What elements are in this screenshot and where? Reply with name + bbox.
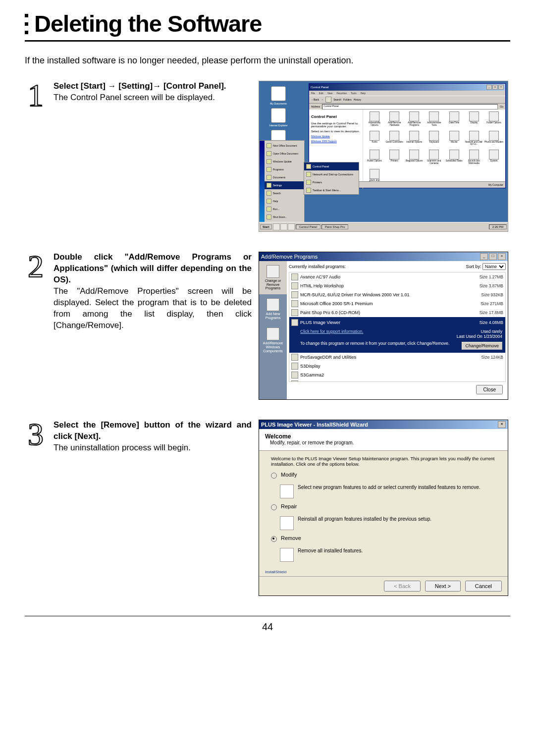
step1-heading: Select [Start] → [Setting]→ [Control Pan…	[54, 81, 252, 92]
network-icon	[306, 172, 311, 177]
program-row[interactable]: S3Display	[289, 362, 505, 371]
start-item[interactable]: Programs	[273, 168, 284, 171]
maximize-button[interactable]: □	[489, 253, 497, 260]
control-panel-item[interactable]: Keyboard	[425, 131, 443, 149]
desktop-icon[interactable]	[271, 86, 286, 101]
control-panel-item[interactable]: Folder Options	[484, 111, 503, 130]
start-item[interactable]: Search	[273, 192, 281, 195]
control-panel-item[interactable]: Mouse	[445, 131, 464, 149]
program-row[interactable]: MCR-SU/U2, 6U/U2 Driver For Windows 2000…	[289, 290, 505, 299]
taskbar-task[interactable]: Control Panel	[296, 224, 321, 229]
go-button[interactable]: Go	[500, 105, 503, 108]
maximize-button[interactable]: □	[492, 85, 498, 90]
gear-icon	[267, 183, 271, 188]
sortby-select[interactable]: Name	[482, 263, 506, 270]
printer-icon	[306, 180, 311, 185]
link-windows-update[interactable]: Windows Update	[311, 135, 361, 138]
toolbar-folders[interactable]: Folders	[343, 98, 352, 101]
menu-item[interactable]: Help	[361, 92, 366, 95]
taskbar-task[interactable]: Paint Shop Pro	[321, 224, 348, 229]
tab-windows-components[interactable]: Add/Remove Windows Components	[259, 324, 287, 357]
remove-desc: Remove all installed features.	[298, 548, 363, 562]
quicklaunch-icon[interactable]	[273, 223, 280, 230]
step1-body: The Control Panel screen will be display…	[54, 92, 252, 104]
control-panel-item[interactable]: Game Controllers	[385, 131, 404, 149]
screenshot-control-panel: My Documents Internet Explorer Connect t…	[259, 81, 508, 232]
up-icon[interactable]	[325, 97, 331, 103]
control-panel-item[interactable]: Internet Options	[405, 131, 424, 149]
cancel-button[interactable]: Cancel	[465, 581, 502, 592]
settings-item-control-panel[interactable]: Control Panel	[313, 165, 329, 168]
support-link[interactable]: Click here for support information.	[300, 329, 364, 334]
settings-item[interactable]: Network and Dial-up Connections	[313, 173, 353, 176]
settings-submenu: Control Panel Network and Dial-up Connec…	[304, 162, 359, 195]
start-item[interactable]: Run...	[273, 208, 279, 211]
program-detail: Click here for support information.Used …	[289, 328, 505, 353]
settings-item[interactable]: Taskbar & Start Menu...	[313, 189, 341, 192]
control-panel-item[interactable]: Sounds and Multimedia	[465, 150, 483, 168]
change-remove-button[interactable]: Change/Remove	[462, 342, 502, 350]
address-field[interactable]: Control Panel	[322, 104, 498, 109]
control-panel-item[interactable]: Fonts	[365, 131, 384, 149]
modify-desc: Select new program features to add or se…	[298, 485, 481, 498]
control-panel-item[interactable]: Accessibility Options	[365, 111, 384, 130]
tab-change-remove[interactable]: Change or Remove Programs	[259, 261, 287, 294]
menu-item[interactable]: File	[311, 92, 315, 95]
close-button[interactable]: ×	[498, 253, 506, 260]
control-panel-item[interactable]: Administrative Tools	[425, 111, 443, 130]
start-item[interactable]: Documents	[273, 176, 285, 179]
program-row[interactable]: Avance AC'97 AudioSize 1.27MB	[289, 272, 505, 281]
menu-item[interactable]: View	[327, 92, 333, 95]
radio-remove[interactable]	[271, 536, 277, 542]
control-panel-item[interactable]: Power Options	[365, 150, 384, 168]
start-item[interactable]: New Office Document	[273, 144, 297, 147]
program-row[interactable]: ProSavageDDR and UtilitiesSize 124KB	[289, 353, 505, 362]
minimize-button[interactable]: _	[486, 85, 492, 90]
control-panel-item[interactable]: System	[484, 150, 503, 168]
start-item[interactable]: Open Office Document	[273, 152, 298, 155]
start-item-settings[interactable]: Settings	[273, 184, 282, 187]
step3-body: The uninstallation process will begin.	[54, 442, 252, 454]
menu-item[interactable]: Favorites	[336, 92, 347, 95]
program-row[interactable]: PLUS Image ViewerSize 4.08MB	[289, 317, 505, 328]
control-panel-item[interactable]: Printers	[385, 150, 404, 168]
quicklaunch-icon[interactable]	[280, 223, 287, 230]
program-row[interactable]: Paint Shop Pro 6.0 (CD-ROM)Size 17.8MB	[289, 308, 505, 317]
control-panel-item[interactable]: Phone and Modem ...	[484, 131, 503, 149]
program-row[interactable]: Microsoft Office 2000 SR-1 PremiumSize 2…	[289, 299, 505, 308]
control-panel-item[interactable]: Date/Time	[445, 111, 464, 130]
control-panel-item[interactable]: Display	[465, 111, 483, 130]
link-windows-support[interactable]: Windows 2000 Support	[311, 140, 361, 143]
start-item[interactable]: Help	[273, 200, 278, 203]
control-panel-item[interactable]: Add/Remove Hardware	[385, 111, 404, 130]
radio-repair[interactable]	[271, 504, 277, 510]
control-panel-item[interactable]: Network and Dial-up Co...	[465, 131, 483, 149]
program-row[interactable]: HTML Help WorkshopSize 3.87MB	[289, 281, 505, 290]
close-button[interactable]: ×	[498, 85, 504, 90]
start-item[interactable]: Windows Update	[273, 160, 292, 163]
radio-modify[interactable]	[271, 473, 277, 479]
next-button[interactable]: Next >	[425, 581, 461, 592]
tab-add-new[interactable]: Add New Programs	[259, 294, 287, 324]
quicklaunch-icon[interactable]	[288, 223, 295, 230]
start-item[interactable]: Shut Down...	[273, 216, 287, 218]
start-button[interactable]: Start	[260, 224, 272, 229]
control-panel-item[interactable]: Scheduled Tasks	[445, 150, 464, 168]
menu-item[interactable]: Edit	[319, 92, 323, 95]
settings-item[interactable]: Printers	[313, 181, 322, 184]
minimize-button[interactable]: _	[480, 253, 488, 260]
run-icon	[267, 207, 271, 212]
desktop-icon[interactable]	[271, 108, 286, 123]
components-icon	[267, 327, 279, 340]
control-panel-item[interactable]: Regional Options	[405, 150, 424, 168]
control-panel-item[interactable]: Add/Remove Programs	[405, 111, 424, 130]
program-row[interactable]: S3Gamma2	[289, 371, 505, 379]
close-button[interactable]: ×	[498, 421, 506, 428]
toolbar-history[interactable]: History	[354, 98, 362, 101]
menu-item[interactable]: Tools	[351, 92, 357, 95]
control-panel-item[interactable]: Scanners and Cameras	[425, 150, 443, 168]
shutdown-icon	[267, 215, 271, 219]
modify-label: Modify	[281, 472, 297, 478]
toolbar-search[interactable]: Search	[333, 98, 341, 101]
close-button[interactable]: Close	[476, 385, 503, 394]
